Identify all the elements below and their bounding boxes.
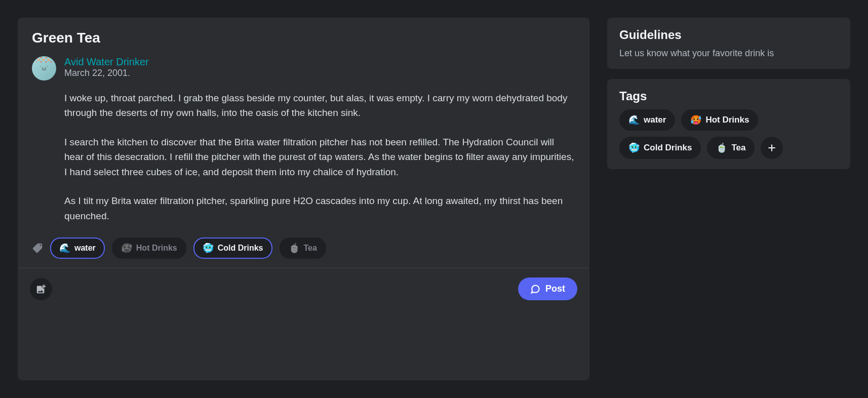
chat-icon [530, 284, 540, 294]
post-paragraph: As I tilt my Brita water filtration pitc… [64, 193, 575, 223]
sidebar-tag-tea[interactable]: 🍵 Tea [707, 137, 755, 159]
post-paragraph: I woke up, throat parched. I grab the gl… [64, 91, 575, 121]
tags-title: Tags [619, 89, 838, 103]
post-tag-cold-drinks[interactable]: 🥶 Cold Drinks [193, 237, 272, 259]
tags-card: Tags 🌊 water 🥵 Hot Drinks 🥶 Cold Drinks … [607, 79, 850, 169]
cold-face-icon: 🥶 [628, 142, 640, 153]
author-name[interactable]: Avid Water Drinker [64, 56, 149, 68]
post-content-area: Green Tea Avid Water Drinker March 22, 2… [18, 18, 589, 268]
tag-label: Cold Drinks [218, 244, 263, 253]
post-title: Green Tea [32, 30, 575, 46]
sidebar-tag-hot-drinks[interactable]: 🥵 Hot Drinks [681, 109, 758, 131]
tags-list: 🌊 water 🥵 Hot Drinks 🥶 Cold Drinks 🍵 Tea [619, 109, 838, 159]
tag-label: water [644, 115, 666, 125]
tag-label: water [74, 244, 96, 253]
guidelines-text: Let us know what your favorite drink is [619, 48, 838, 59]
tag-label: Hot Drinks [136, 244, 177, 253]
sidebar: Guidelines Let us know what your favorit… [607, 18, 850, 380]
post-button-label: Post [545, 284, 565, 294]
guidelines-card: Guidelines Let us know what your favorit… [607, 18, 850, 69]
avatar[interactable] [32, 56, 56, 81]
author-row: Avid Water Drinker March 22, 2001. [32, 56, 575, 81]
tea-icon: 🍵 [716, 142, 727, 153]
tag-label: Tea [731, 143, 745, 153]
attach-image-button[interactable] [30, 278, 52, 300]
sidebar-tag-water[interactable]: 🌊 water [619, 109, 675, 131]
post-tag-tea[interactable]: 🍵 Tea [280, 237, 326, 259]
sidebar-tag-cold-drinks[interactable]: 🥶 Cold Drinks [619, 137, 701, 159]
plus-icon [767, 143, 777, 153]
post-date: March 22, 2001. [64, 68, 149, 78]
post-panel: Green Tea Avid Water Drinker March 22, 2… [18, 18, 589, 380]
tea-icon: 🍵 [289, 243, 300, 254]
hot-face-icon: 🥵 [121, 243, 132, 254]
footer-row: Post [18, 268, 589, 309]
cold-face-icon: 🥶 [203, 243, 214, 254]
tag-label: Tea [304, 244, 317, 253]
author-info: Avid Water Drinker March 22, 2001. [64, 56, 149, 78]
post-paragraph: I search the kitchen to discover that th… [64, 135, 575, 179]
hot-face-icon: 🥵 [690, 114, 701, 126]
tag-label: Cold Drinks [644, 143, 692, 153]
wave-icon: 🌊 [59, 243, 70, 254]
post-body: I woke up, throat parched. I grab the gl… [64, 91, 575, 223]
post-tag-row: 🌊 water 🥵 Hot Drinks 🥶 Cold Drinks 🍵 Tea [32, 237, 575, 259]
tag-icon [32, 243, 43, 254]
post-tag-hot-drinks[interactable]: 🥵 Hot Drinks [112, 237, 186, 259]
post-button[interactable]: Post [518, 277, 577, 300]
guidelines-title: Guidelines [619, 28, 838, 42]
wave-icon: 🌊 [628, 114, 640, 126]
add-tag-button[interactable] [761, 137, 783, 159]
tag-label: Hot Drinks [705, 115, 749, 125]
post-tag-water[interactable]: 🌊 water [50, 237, 105, 259]
image-plus-icon [35, 284, 47, 295]
